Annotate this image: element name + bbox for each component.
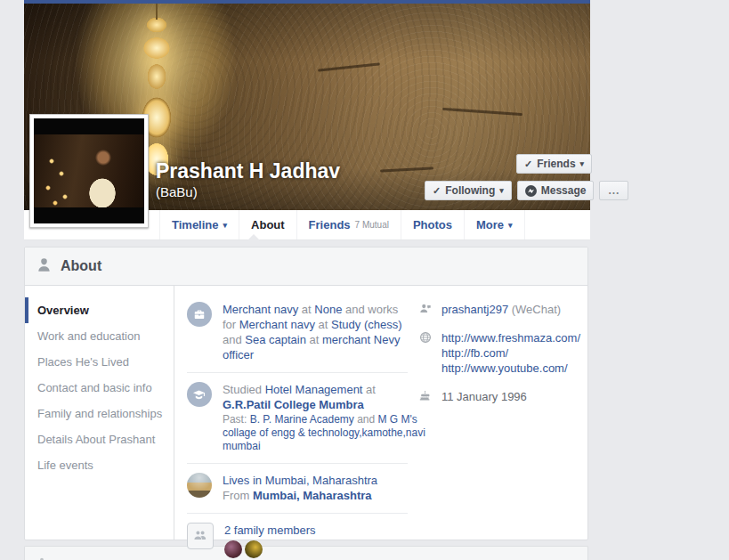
education-field-link[interactable]: Hotel Management xyxy=(265,383,363,396)
work-text: Merchant navy at None and works for Merc… xyxy=(223,302,408,362)
past-school-link[interactable]: B. P. Marine Academy xyxy=(250,413,354,426)
family-row: 2 family members xyxy=(187,514,408,560)
website-link[interactable]: http://www.youtube.com/ xyxy=(441,361,580,376)
from-line: From Mumbai, Maharashtra xyxy=(223,488,408,503)
education-current: Studied Hotel Management at G.R.Patil Co… xyxy=(223,382,424,412)
work-link[interactable]: Sea captain xyxy=(245,333,306,346)
chevron-down-icon: ▾ xyxy=(223,221,228,230)
education-text: Studied Hotel Management at G.R.Patil Co… xyxy=(223,382,424,453)
following-button-label: Following xyxy=(445,184,495,197)
lives-in-row: Lives in Mumbai, Maharashtra From Mumbai… xyxy=(187,464,408,514)
mutual-friends-count: 7 Mutual xyxy=(355,220,389,230)
work-connector: at xyxy=(306,333,322,346)
website-link[interactable]: http://fb.com/ xyxy=(441,345,580,361)
about-card: About Overview Work and education Places… xyxy=(24,247,588,540)
tab-timeline[interactable]: Timeline▾ xyxy=(159,210,239,239)
sidebar-item-places-lived[interactable]: Places He's Lived xyxy=(25,349,174,375)
facebook-top-bar xyxy=(24,0,590,4)
sidebar-item-work-education[interactable]: Work and education xyxy=(25,323,174,349)
messenger-row: prashantj297 (WeChat) xyxy=(418,302,580,317)
globe-icon xyxy=(418,330,433,376)
family-group-icon xyxy=(187,523,214,549)
active-tab-pointer xyxy=(247,234,260,240)
lives-in-text: Lives in Mumbai, Maharashtra From Mumbai… xyxy=(223,473,408,503)
work-link[interactable]: Merchant navy xyxy=(223,303,298,316)
tab-timeline-label: Timeline xyxy=(172,218,219,231)
lives-in-city-link[interactable]: Mumbai, Maharashtra xyxy=(265,474,377,487)
ellipsis-icon: ... xyxy=(608,184,620,197)
messenger-icon xyxy=(525,185,537,197)
tab-more[interactable]: More▾ xyxy=(464,210,525,239)
websites-list: http://www.freshmaza.com/ http://fb.com/… xyxy=(441,330,580,376)
about-sidebar: Overview Work and education Places He's … xyxy=(25,286,174,540)
work-link[interactable]: Merchant navy xyxy=(239,318,315,331)
profile-name: Prashant H Jadhav xyxy=(156,159,340,183)
birthday-text: 11 January 1996 xyxy=(441,389,527,404)
about-card-body: Overview Work and education Places He's … xyxy=(25,286,587,540)
check-icon: ✓ xyxy=(433,185,441,197)
website-link[interactable]: http://www.freshmaza.com/ xyxy=(441,330,580,345)
person-chat-icon xyxy=(418,302,433,317)
education-school-link[interactable]: G.R.Patil College Mumbra xyxy=(223,398,364,411)
overview-content: Merchant navy at None and works for Merc… xyxy=(174,286,587,540)
profile-nickname: (BaBu) xyxy=(156,184,198,199)
work-connector: at xyxy=(315,318,331,331)
chevron-down-icon: ▾ xyxy=(499,186,504,195)
from-label: From xyxy=(223,489,253,502)
following-button[interactable]: ✓Following▾ xyxy=(425,181,512,200)
education-connector: at xyxy=(362,383,375,396)
work-connector: and xyxy=(223,333,245,346)
sidebar-item-family-relationships[interactable]: Family and relationships xyxy=(25,401,174,426)
briefcase-icon xyxy=(187,302,212,327)
sidebar-item-overview[interactable]: Overview xyxy=(25,297,174,323)
overview-info-column: Merchant navy at None and works for Merc… xyxy=(174,286,408,540)
messenger-username[interactable]: prashantj297 xyxy=(441,303,508,316)
birthday-cake-icon xyxy=(418,389,433,404)
tab-friends-label: Friends xyxy=(309,218,351,231)
work-connector: at xyxy=(298,303,314,316)
message-button[interactable]: Message xyxy=(517,181,595,200)
contact-info-column: prashantj297 (WeChat) http://www.freshma… xyxy=(408,286,587,540)
tab-photos[interactable]: Photos xyxy=(401,210,464,239)
chevron-down-icon: ▾ xyxy=(580,159,585,168)
family-avatars xyxy=(224,540,408,558)
profile-picture[interactable] xyxy=(34,118,144,223)
websites-row: http://www.freshmaza.com/ http://fb.com/… xyxy=(418,330,580,376)
messenger-service: (WeChat) xyxy=(508,303,561,316)
lives-in-line: Lives in Mumbai, Maharashtra xyxy=(223,473,408,488)
sidebar-item-details-about[interactable]: Details About Prashant xyxy=(25,426,174,452)
family-member-avatar[interactable] xyxy=(224,540,242,558)
about-card-header: About xyxy=(25,248,587,286)
tab-more-label: More xyxy=(476,218,504,231)
friends-button[interactable]: ✓Friends▾ xyxy=(516,154,592,174)
work-row: Merchant navy at None and works for Merc… xyxy=(187,293,408,373)
tab-photos-label: Photos xyxy=(413,218,452,231)
graduation-cap-icon xyxy=(187,382,212,407)
person-icon xyxy=(36,257,52,276)
family-text: 2 family members xyxy=(224,523,408,558)
from-city-link[interactable]: Mumbai, Maharashtra xyxy=(253,489,372,502)
check-icon: ✓ xyxy=(524,158,532,170)
city-photo-icon[interactable] xyxy=(187,473,212,498)
more-options-button[interactable]: ... xyxy=(599,181,628,200)
family-members-link[interactable]: 2 family members xyxy=(224,523,316,537)
work-link[interactable]: None xyxy=(314,303,342,316)
birthday-row: 11 January 1996 xyxy=(418,389,580,404)
messenger-text: prashantj297 (WeChat) xyxy=(441,302,561,317)
message-button-label: Message xyxy=(541,184,587,197)
work-link[interactable]: Study (chess) xyxy=(331,318,401,331)
action-button-row: ✓Following▾ Message ... xyxy=(425,181,628,200)
tab-friends[interactable]: Friends7 Mutual xyxy=(296,210,401,239)
about-card-title: About xyxy=(61,258,101,274)
friends-button-label: Friends xyxy=(537,158,575,170)
family-member-avatar[interactable] xyxy=(245,540,263,558)
chevron-down-icon: ▾ xyxy=(508,221,513,230)
section-icon xyxy=(37,554,46,560)
education-connector: Studied xyxy=(223,383,265,396)
profile-picture-frame xyxy=(29,114,149,228)
profile-page: Prashant H Jadhav (BaBu) ✓Friends▾ ✓Foll… xyxy=(24,0,590,560)
tab-about-label: About xyxy=(251,218,285,231)
sidebar-item-life-events[interactable]: Life events xyxy=(25,452,174,478)
sidebar-item-contact-basic-info[interactable]: Contact and basic info xyxy=(25,375,174,401)
lives-in-link[interactable]: Lives in xyxy=(223,474,265,487)
